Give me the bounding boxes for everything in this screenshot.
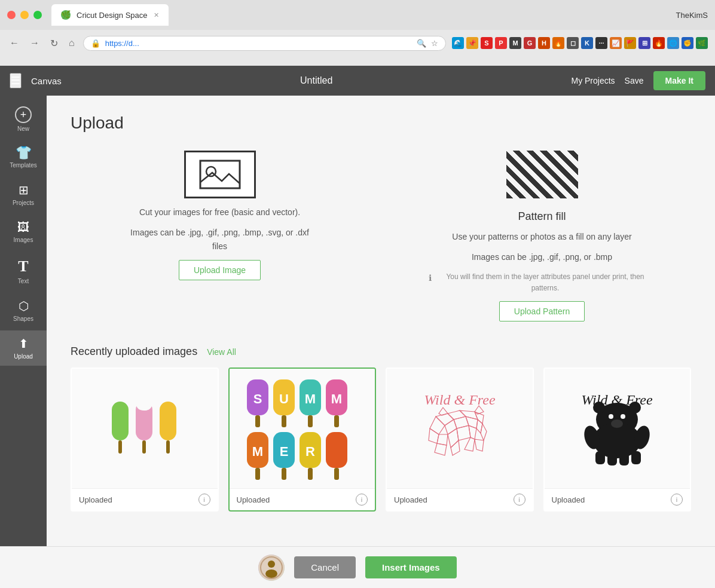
svg-rect-24 <box>282 468 286 480</box>
canvas-label: Canvas <box>31 76 62 86</box>
svg-point-69 <box>268 561 275 568</box>
ext-k[interactable]: K <box>581 37 593 49</box>
ext-g[interactable]: G <box>524 37 536 49</box>
svg-rect-58 <box>595 451 605 464</box>
cancel-button[interactable]: Cancel <box>294 556 356 578</box>
ext-box[interactable]: ◻ <box>567 37 579 49</box>
pattern-fill-icon <box>506 151 578 198</box>
recently-uploaded-section: Recently uploaded images View All <box>71 345 691 512</box>
ext-m[interactable]: M <box>509 37 521 49</box>
ext-stumble2[interactable]: H <box>538 37 550 49</box>
bottom-bar: Cancel Insert Images <box>0 546 715 588</box>
image-card-summer[interactable]: S U M M <box>228 368 377 512</box>
tab-title: Cricut Design Space <box>77 11 148 20</box>
image-card-wild-free-pink[interactable]: Wild & Free <box>386 368 534 512</box>
sidebar-label-templates: Templates <box>10 162 37 169</box>
tab-close-button[interactable]: ✕ <box>154 11 159 19</box>
ext-flag[interactable]: 🚩 <box>624 37 636 49</box>
plus-icon: + <box>15 106 32 123</box>
svg-rect-21 <box>255 468 260 480</box>
projects-icon: ⊞ <box>19 183 29 197</box>
insert-images-button[interactable]: Insert Images <box>365 556 457 578</box>
sidebar-item-shapes[interactable]: ⬡ Shapes <box>0 293 47 328</box>
svg-rect-15 <box>308 415 313 427</box>
svg-point-65 <box>621 414 625 419</box>
user-label: TheKimS <box>676 11 708 20</box>
tab-favicon: 🌿 <box>61 10 71 20</box>
home-button[interactable]: ⌂ <box>66 35 77 51</box>
minimize-button[interactable] <box>20 11 29 19</box>
summer-info-button[interactable]: i <box>356 494 368 506</box>
app-header: ☰ Canvas Untitled My Projects Save Make … <box>0 66 715 96</box>
ext-globe[interactable]: 🌐 <box>667 37 679 49</box>
document-title: Untitled <box>62 75 572 86</box>
sidebar-item-projects[interactable]: ⊞ Projects <box>0 177 47 212</box>
svg-text:U: U <box>279 391 289 406</box>
address-bar[interactable]: 🔒 https://d... 🔍 ☆ <box>83 36 446 51</box>
images-icon: 🖼 <box>17 220 29 234</box>
view-all-link[interactable]: View All <box>207 347 236 357</box>
svg-text:E: E <box>280 444 289 459</box>
save-button[interactable]: Save <box>625 76 644 85</box>
bookmark-icon: ☆ <box>431 39 438 48</box>
svg-rect-3 <box>118 440 122 454</box>
upload-pattern-button[interactable]: Upload Pattern <box>499 301 585 321</box>
info-circle-icon: ℹ <box>429 271 432 284</box>
ext-wave[interactable]: 🌊 <box>452 37 464 49</box>
image-upload-icon <box>184 151 256 198</box>
svg-text:S: S <box>253 391 262 406</box>
back-button[interactable]: ← <box>7 35 22 51</box>
svg-rect-9 <box>255 415 260 427</box>
popsicle-info-button[interactable]: i <box>198 494 210 506</box>
summer-label: Uploaded <box>237 495 270 504</box>
image-card-popsicles[interactable]: Uploaded i <box>71 368 219 512</box>
ext-p[interactable]: 📌 <box>466 37 478 49</box>
svg-marker-44 <box>469 425 476 439</box>
svg-rect-12 <box>282 415 286 427</box>
sidebar-item-new[interactable]: + New <box>0 100 47 138</box>
ext-fist[interactable]: ✊ <box>682 37 693 49</box>
upload-image-button[interactable]: Upload Image <box>179 260 261 280</box>
upload-pattern-option: Pattern fill Use your patterns or photos… <box>393 151 691 321</box>
svg-marker-46 <box>481 424 487 440</box>
refresh-button[interactable]: ↻ <box>48 35 60 51</box>
sidebar-item-templates[interactable]: 👕 Templates <box>0 140 47 174</box>
svg-marker-40 <box>476 419 482 433</box>
ext-pinterest[interactable]: P <box>495 37 507 49</box>
ext-grid[interactable]: ⊞ <box>638 37 650 49</box>
make-it-button[interactable]: Make It <box>653 71 705 90</box>
sidebar-item-text[interactable]: T Text <box>0 252 47 290</box>
pattern-stripes <box>506 151 578 198</box>
svg-text:R: R <box>305 444 315 459</box>
svg-rect-29 <box>326 432 347 468</box>
svg-marker-43 <box>457 425 470 440</box>
svg-marker-36 <box>430 416 445 434</box>
my-projects-button[interactable]: My Projects <box>571 76 615 85</box>
maximize-button[interactable] <box>33 11 42 19</box>
sidebar-item-images[interactable]: 🖼 Images <box>0 215 47 249</box>
wild-free-pink-info-button[interactable]: i <box>514 494 525 506</box>
image-card-wild-free-black[interactable]: Wild & Free <box>543 368 692 512</box>
ext-stumble[interactable]: S <box>481 37 493 49</box>
svg-point-64 <box>609 414 613 419</box>
ext-dots[interactable]: ··· <box>595 37 607 49</box>
text-icon: T <box>18 258 28 275</box>
recently-title: Recently uploaded images <box>71 345 197 358</box>
upload-image-option: Cut your images for free (basic and vect… <box>71 151 369 321</box>
ext-orange[interactable]: 🔥 <box>552 37 564 49</box>
forward-button[interactable]: → <box>28 35 42 51</box>
close-button[interactable] <box>7 11 16 19</box>
user-avatar <box>258 555 285 581</box>
wild-free-black-info-button[interactable]: i <box>671 494 683 506</box>
sidebar-label-upload: Upload <box>14 353 33 360</box>
ext-flame[interactable]: 🔥 <box>653 37 665 49</box>
image-grid: Uploaded i S <box>71 368 691 512</box>
svg-text:M: M <box>252 444 263 459</box>
ext-chart[interactable]: 📈 <box>610 37 622 49</box>
browser-tab[interactable]: 🌿 Cricut Design Space ✕ <box>51 4 169 26</box>
ext-leaf[interactable]: 🌿 <box>696 37 708 49</box>
svg-point-55 <box>593 402 605 414</box>
main-layout: + New 👕 Templates ⊞ Projects 🖼 Images T … <box>0 96 715 588</box>
menu-button[interactable]: ☰ <box>10 73 22 88</box>
sidebar-item-upload[interactable]: ⬆ Upload <box>0 330 47 366</box>
